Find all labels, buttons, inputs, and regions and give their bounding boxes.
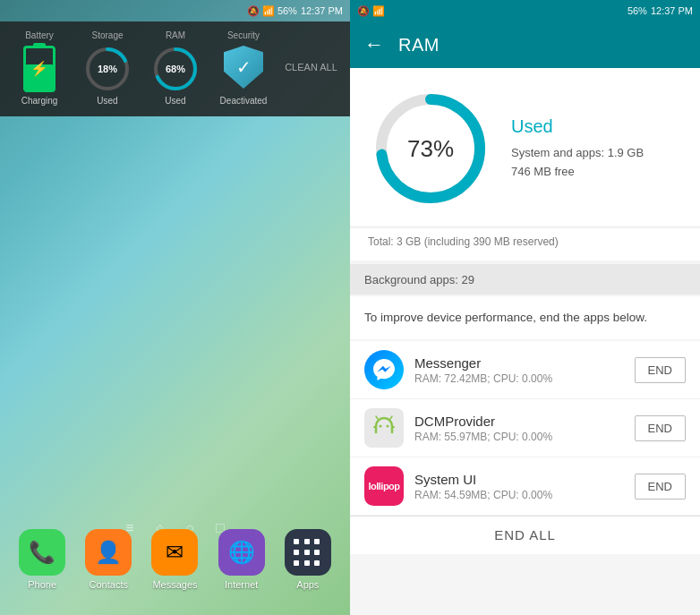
quick-panel-row: Battery ⚡ Charging Storage <box>7 30 343 106</box>
battery-sub: Charging <box>21 96 58 106</box>
svg-point-7 <box>387 425 389 428</box>
svg-point-6 <box>380 425 382 428</box>
left-panel: 🔕 📶 56% 12:37 PM Battery ⚡ Charging Stor… <box>0 0 350 615</box>
quick-item-security[interactable]: Security ✓ Deactivated <box>211 30 276 106</box>
donut-percent: 73% <box>407 135 454 162</box>
dock-internet-label: Internet <box>225 579 258 590</box>
dock-bar: 📞 Phone 👤 Contacts ✉ Messages 🌐 Internet <box>0 529 350 590</box>
dock-item-phone[interactable]: 📞 Phone <box>19 529 65 590</box>
right-panel: 🔕 📶 56% 12:37 PM ← RAM 73% <box>350 0 700 615</box>
ram-total: Total: 3 GB (including 390 MB reserved) <box>350 227 700 261</box>
perf-tip-text: To improve device performance, end the a… <box>364 311 647 324</box>
dcm-info: DCMProvider RAM: 55.97MB; CPU: 0.00% <box>414 414 624 443</box>
left-time: 12:37 PM <box>301 5 343 16</box>
battery-icon-wrap: ⚡ <box>16 46 63 92</box>
left-status-icons: 🔕 📶 56% <box>247 5 297 17</box>
messenger-stats: RAM: 72.42MB; CPU: 0.00% <box>414 372 624 385</box>
lollipop-text-icon: lollipop <box>368 481 399 491</box>
security-title: Security <box>227 30 260 40</box>
ram-title: RAM <box>166 30 185 40</box>
storage-icon-wrap: 18% <box>84 46 131 92</box>
shield-check-icon: ✓ <box>236 56 252 78</box>
apps-icon <box>285 529 331 576</box>
storage-sub: Used <box>97 96 117 106</box>
ram-circle: 68% <box>152 46 199 92</box>
clean-all-button[interactable]: CLEAN ALL <box>279 62 343 73</box>
dock-item-internet[interactable]: 🌐 Internet <box>218 529 265 590</box>
ram-detail-1: System and apps: 1.9 GB <box>511 144 682 163</box>
right-content: 73% Used System and apps: 1.9 GB 746 MB … <box>350 68 700 615</box>
ram-sub: Used <box>165 96 185 106</box>
header-title: RAM <box>398 35 440 56</box>
dock-phone-label: Phone <box>28 579 56 590</box>
security-sub: Deactivated <box>220 96 268 106</box>
right-header: ← RAM <box>350 21 700 68</box>
dock-apps-label: Apps <box>296 579 319 590</box>
storage-percent: 18% <box>98 64 117 74</box>
back-arrow-icon[interactable]: ← <box>364 33 384 56</box>
list-item: Messenger RAM: 72.42MB; CPU: 0.00% END <box>350 341 700 399</box>
android-svg <box>371 414 397 441</box>
ram-info: Used System and apps: 1.9 GB 746 MB free <box>511 116 682 182</box>
messenger-info: Messenger RAM: 72.42MB; CPU: 0.00% <box>414 355 624 385</box>
ram-chart-area: 73% Used System and apps: 1.9 GB 746 MB … <box>350 68 700 226</box>
right-status-bar: 🔕 📶 56% 12:37 PM <box>350 0 700 21</box>
battery-icon: ⚡ <box>23 46 55 92</box>
donut-text: 73% <box>407 135 454 163</box>
ram-icon-wrap: 68% <box>152 46 199 92</box>
dock-item-messages[interactable]: ✉ Messages <box>151 529 198 590</box>
status-right: 56% 12:37 PM <box>627 5 693 16</box>
messenger-svg <box>371 357 397 382</box>
dock-item-contacts[interactable]: 👤 Contacts <box>85 529 132 590</box>
ram-detail-2: 746 MB free <box>511 163 682 182</box>
phone-icon: 📞 <box>19 529 65 576</box>
list-item: lollipop System UI RAM: 54.59MB; CPU: 0.… <box>350 457 700 516</box>
right-battery: 56% <box>627 5 647 16</box>
bg-apps-text: Background apps: 29 <box>364 273 474 286</box>
messages-icon: ✉ <box>151 529 198 576</box>
dcm-stats: RAM: 55.97MB; CPU: 0.00% <box>414 431 624 443</box>
perf-tip: To improve device performance, end the a… <box>350 296 700 339</box>
right-time: 12:37 PM <box>651 5 693 16</box>
quick-panel: Battery ⚡ Charging Storage <box>0 21 350 116</box>
storage-circle: 18% <box>84 46 131 92</box>
dcm-icon <box>364 408 404 448</box>
internet-icon: 🌐 <box>218 529 265 576</box>
dock-item-apps[interactable]: Apps <box>285 529 331 590</box>
systemui-end-button[interactable]: END <box>635 474 686 500</box>
messenger-icon <box>364 350 404 389</box>
systemui-name: System UI <box>414 472 624 487</box>
list-item: DCMProvider RAM: 55.97MB; CPU: 0.00% END <box>350 399 700 457</box>
right-status-icons: 🔕 📶 <box>357 5 385 17</box>
dcm-end-button[interactable]: END <box>635 415 686 441</box>
bg-apps-bar: Background apps: 29 <box>350 264 700 295</box>
left-status-bar: 🔕 📶 56% 12:37 PM <box>0 0 350 21</box>
ram-used-label: Used <box>511 116 682 137</box>
dock-messages-label: Messages <box>152 579 197 590</box>
end-all-bar: END ALL <box>350 516 700 554</box>
ram-total-text: Total: 3 GB (including 390 MB reserved) <box>368 235 559 248</box>
donut-chart: 73% <box>368 86 493 211</box>
contacts-icon: 👤 <box>85 529 132 576</box>
quick-item-battery[interactable]: Battery ⚡ Charging <box>7 30 72 106</box>
battery-bolt-icon: ⚡ <box>30 60 48 77</box>
shield-body: ✓ <box>224 46 263 89</box>
quick-item-ram[interactable]: RAM 68% Used <box>143 30 208 106</box>
quick-item-storage[interactable]: Storage 18% Used <box>75 30 140 106</box>
shield-icon: ✓ <box>224 46 263 92</box>
end-all-button[interactable]: END ALL <box>494 527 556 542</box>
systemui-stats: RAM: 54.59MB; CPU: 0.00% <box>414 489 624 501</box>
ram-percent: 68% <box>166 64 185 74</box>
battery-title: Battery <box>25 30 54 40</box>
security-icon-wrap: ✓ <box>220 46 267 92</box>
messenger-end-button[interactable]: END <box>635 357 686 383</box>
systemui-icon: lollipop <box>364 466 404 506</box>
dock-contacts-label: Contacts <box>90 579 128 590</box>
storage-title: Storage <box>91 30 123 40</box>
dcm-name: DCMProvider <box>414 414 624 429</box>
messenger-name: Messenger <box>414 355 624 371</box>
home-content: ≡ ⌂ ○ □ 📞 Phone 👤 Contacts ✉ Messages <box>0 116 350 615</box>
systemui-info: System UI RAM: 54.59MB; CPU: 0.00% <box>414 472 624 501</box>
app-list: Messenger RAM: 72.42MB; CPU: 0.00% END <box>350 341 700 516</box>
